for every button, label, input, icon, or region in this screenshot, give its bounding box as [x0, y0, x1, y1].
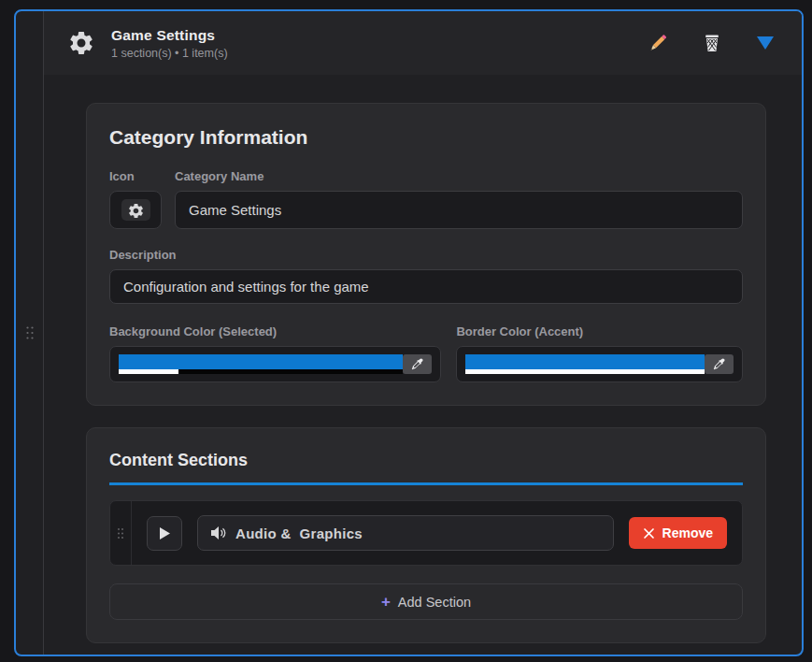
eyedropper-button[interactable] — [403, 354, 432, 374]
x-icon — [643, 527, 655, 540]
delete-button[interactable] — [699, 30, 725, 56]
icon-name-row: Icon Category Name — [109, 169, 743, 229]
border-color-swatch — [465, 354, 705, 374]
background-color-swatch — [119, 354, 403, 374]
category-name-input[interactable] — [175, 191, 743, 229]
trash-icon — [701, 32, 723, 54]
category-editor-panel: Game Settings 1 section(s) • 1 item(s) — [14, 9, 804, 656]
eyedropper-button[interactable] — [705, 354, 734, 374]
description-input[interactable] — [109, 269, 743, 304]
description-field: Description — [109, 248, 743, 304]
section-row: Audio & Graphics Remove — [109, 500, 743, 566]
eyedropper-icon — [410, 357, 424, 371]
expand-section-button[interactable] — [147, 516, 182, 551]
category-header: Game Settings 1 section(s) • 1 item(s) — [44, 11, 802, 75]
border-color-field: Border Color (Accent) — [456, 324, 743, 382]
category-name-field: Category Name — [175, 169, 743, 229]
background-color-label: Background Color (Selected) — [109, 324, 441, 338]
editor-content: Category Information Icon — [44, 75, 802, 655]
icon-picker-button[interactable] — [109, 191, 162, 229]
speaker-icon — [210, 525, 227, 540]
header-actions — [645, 30, 777, 56]
color-pickers-row: Background Color (Selected) — [109, 324, 743, 382]
plus-icon: + — [381, 594, 391, 610]
background-color-field: Background Color (Selected) — [109, 324, 441, 382]
gear-icon — [121, 199, 150, 221]
description-label: Description — [109, 248, 743, 262]
eyedropper-icon — [712, 357, 726, 371]
category-name-label: Category Name — [175, 169, 743, 183]
add-section-button[interactable]: + Add Section — [109, 583, 743, 620]
edit-button[interactable] — [645, 30, 671, 56]
content-sections-heading: Content Sections — [109, 451, 743, 470]
collapse-button[interactable] — [753, 33, 777, 53]
content-sections-heading-wrap: Content Sections — [109, 451, 743, 485]
section-title-input[interactable]: Audio & Graphics — [197, 515, 614, 551]
category-information-heading: Category Information — [109, 126, 743, 149]
border-color-label: Border Color (Accent) — [456, 324, 743, 338]
blue-triangle-down-icon — [755, 35, 776, 51]
background-color-input[interactable] — [109, 346, 441, 382]
drag-handle-icon — [117, 527, 124, 540]
content-sections-card: Content Sections — [86, 427, 766, 643]
main-column: Game Settings 1 section(s) • 1 item(s) — [44, 11, 802, 655]
panel-drag-strip[interactable] — [16, 11, 44, 655]
section-item-count: 1 section(s) • 1 item(s) — [111, 47, 228, 60]
page-title: Game Settings — [111, 27, 228, 44]
section-body: Audio & Graphics Remove — [132, 501, 742, 565]
section-title-text: Audio & Graphics — [235, 525, 363, 541]
border-color-input[interactable] — [456, 346, 743, 382]
icon-field: Icon — [109, 169, 164, 229]
add-section-label: Add Section — [398, 595, 471, 610]
header-titles: Game Settings 1 section(s) • 1 item(s) — [111, 27, 228, 60]
remove-section-button[interactable]: Remove — [629, 517, 727, 549]
icon-label: Icon — [109, 169, 164, 183]
drag-handle-icon — [25, 325, 35, 340]
pencil-icon — [647, 32, 669, 54]
play-triangle-icon — [158, 526, 171, 540]
category-information-card: Category Information Icon — [86, 103, 766, 406]
gear-icon — [66, 28, 96, 58]
section-drag-handle[interactable] — [110, 501, 132, 565]
remove-label: Remove — [662, 525, 713, 540]
